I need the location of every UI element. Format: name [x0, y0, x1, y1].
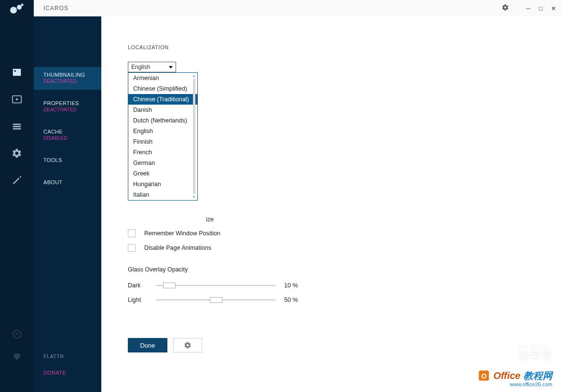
footer-buttons: Done [128, 338, 202, 352]
image-icon[interactable] [12, 67, 22, 80]
glass-overlay-title: Glass Overlay Opacity [128, 266, 562, 273]
svg-text:O: O [481, 372, 486, 380]
nav-label: ABOUT [43, 179, 92, 185]
window-controls: ─ □ ✕ [524, 5, 557, 12]
language-option[interactable]: English [128, 126, 197, 136]
slider-label: Dark [128, 282, 147, 289]
settings-gear-icon[interactable] [502, 4, 509, 13]
language-option[interactable]: German [128, 158, 197, 168]
close-icon[interactable]: ✕ [549, 5, 557, 12]
heart-icon[interactable] [12, 351, 22, 363]
nav-tools[interactable]: TOOLS [34, 152, 101, 169]
nav-sublabel: DEACTIVATED [43, 79, 92, 84]
nav-donate[interactable]: DONATE [34, 365, 101, 381]
title-bar: ICAROS ─ □ ✕ [0, 0, 562, 16]
checkbox-remember-position[interactable]: Remember Window Position [128, 230, 562, 237]
language-option[interactable]: Chinese (Traditional) [128, 94, 197, 105]
checkbox-disable-animations[interactable]: Disable Page Animations [128, 244, 562, 252]
language-selected-value: English [131, 64, 150, 70]
slider-value: 50 % [284, 297, 303, 303]
slider-dark-row: Dark 10 % [128, 282, 562, 289]
done-button[interactable]: Done [128, 338, 167, 352]
language-select[interactable]: English ArmenianChinese (Simplified)Chin… [128, 62, 176, 72]
nav-properties[interactable]: PROPERTIES DEACTIVATED [34, 95, 101, 118]
app-logo-icon [0, 0, 34, 16]
dropdown-scrollbar[interactable]: ▲ ▼ [192, 74, 196, 199]
nav-cache[interactable]: CACHE DISABLED [34, 124, 101, 147]
language-option[interactable]: Italian [128, 189, 197, 200]
language-dropdown: ArmenianChinese (Simplified)Chinese (Tra… [128, 72, 198, 201]
slider-light[interactable] [156, 296, 275, 304]
language-option[interactable]: Greek [128, 168, 197, 179]
language-option[interactable]: Finnish [128, 136, 197, 147]
language-option[interactable]: Danish [128, 105, 197, 115]
sprout-icon[interactable] [12, 329, 22, 341]
watermark-qinkeke: Qin ke ke 沁可可 [494, 344, 552, 363]
language-option[interactable]: French [128, 147, 197, 158]
nav-label: DONATE [43, 370, 92, 376]
nav-about[interactable]: ABOUT [34, 175, 101, 191]
nav-sublabel: DEACTIVATED [43, 107, 92, 112]
checkbox-label: Disable Page Animations [144, 244, 211, 251]
watermark-office26: O Office教程网 www.office26.com [477, 369, 552, 382]
svg-point-2 [21, 4, 24, 6]
checkbox-icon[interactable] [128, 230, 136, 237]
nav-flattr[interactable]: FLATTR [34, 349, 101, 365]
language-option[interactable]: Chinese (Simplified) [128, 83, 197, 94]
language-option[interactable]: Armenian [128, 73, 197, 83]
gear-icon[interactable] [12, 148, 22, 161]
section-title-localization: LOCALIZATION [128, 44, 562, 50]
content-area: LOCALIZATION English ArmenianChinese (Si… [101, 16, 562, 392]
pen-icon[interactable] [12, 175, 22, 188]
nav-thumbnailing[interactable]: THUMBNAILING DEACTIVATED [34, 67, 101, 90]
nav-label: THUMBNAILING [43, 72, 92, 78]
slider-dark[interactable] [156, 282, 275, 289]
stack-icon[interactable] [12, 121, 22, 134]
svg-point-0 [10, 7, 17, 14]
checkbox-icon[interactable] [128, 244, 136, 252]
play-icon[interactable] [12, 94, 22, 107]
nav-label: CACHE [43, 129, 92, 135]
gear-icon [184, 341, 192, 349]
slider-thumb[interactable] [210, 297, 222, 303]
checkbox-label: Remember Window Position [144, 230, 220, 237]
sidebar: THUMBNAILING DEACTIVATED PROPERTIES DEAC… [34, 16, 101, 392]
settings-button[interactable] [173, 338, 202, 352]
nav-label: FLATTR [43, 353, 92, 359]
nav-sublabel: DISABLED [43, 135, 92, 141]
svg-point-3 [14, 70, 16, 72]
app-title: ICAROS [43, 5, 69, 12]
language-option[interactable]: Dutch (Netherlands) [128, 115, 197, 126]
slider-label: Light [128, 297, 147, 303]
slider-thumb[interactable] [163, 283, 176, 288]
language-option[interactable]: Hungarian [128, 179, 197, 189]
slider-light-row: Light 50 % [128, 296, 562, 304]
svg-point-1 [17, 5, 22, 10]
minimize-icon[interactable]: ─ [524, 5, 532, 12]
checkbox-label-partial: ize [206, 216, 214, 223]
nav-label: TOOLS [43, 157, 92, 163]
nav-label: PROPERTIES [43, 100, 92, 106]
icon-strip [0, 0, 34, 392]
maximize-icon[interactable]: □ [537, 5, 545, 12]
slider-value: 10 % [284, 282, 303, 289]
